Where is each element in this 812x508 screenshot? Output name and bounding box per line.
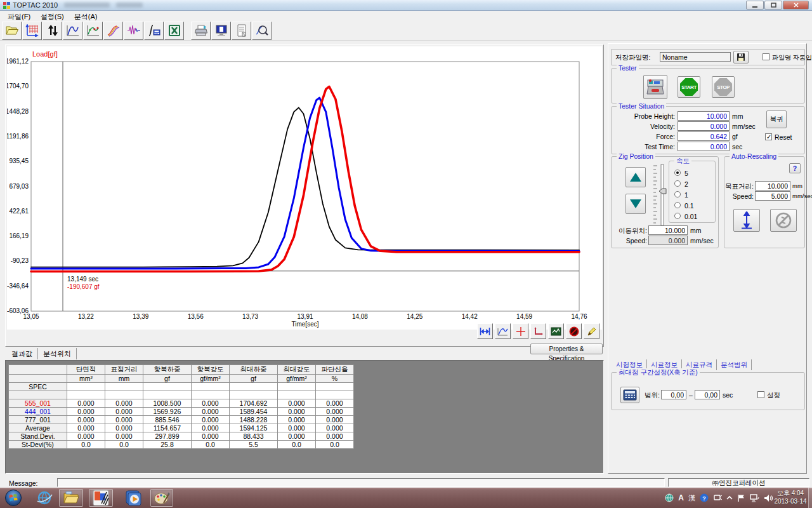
tab-analysis-range[interactable]: 분석범위 bbox=[717, 359, 752, 370]
zig-slider[interactable] bbox=[651, 163, 669, 228]
integral-calc-button[interactable] bbox=[144, 22, 164, 40]
y-tick-label: 679,03 bbox=[9, 183, 29, 190]
curve-points-icon bbox=[86, 24, 100, 37]
excel-export-button[interactable] bbox=[164, 22, 184, 40]
taskbar-toptac-app[interactable] bbox=[89, 489, 113, 507]
curve-points-button[interactable] bbox=[83, 22, 103, 40]
start-button[interactable]: START bbox=[678, 76, 700, 98]
curve-zoom-button[interactable] bbox=[495, 323, 511, 339]
crosshair-button[interactable] bbox=[513, 323, 528, 339]
waveform-button[interactable] bbox=[124, 22, 143, 40]
velocity-input[interactable] bbox=[678, 121, 730, 131]
target-distance-input[interactable] bbox=[755, 181, 790, 190]
open-file-button[interactable] bbox=[2, 22, 22, 40]
help-button[interactable]: ? bbox=[789, 163, 801, 173]
axis-origin-button[interactable] bbox=[530, 323, 546, 339]
speed-radio-0-01[interactable] bbox=[674, 213, 681, 219]
table-cell: 0.0 bbox=[192, 441, 230, 449]
auto-rescale-run-button[interactable] bbox=[733, 209, 760, 232]
rescale-speed-input[interactable] bbox=[755, 191, 790, 201]
return-button[interactable]: 복귀 bbox=[766, 110, 787, 128]
calculator-button[interactable] bbox=[620, 387, 639, 403]
axis-origin-icon bbox=[534, 326, 544, 336]
speed-option-label: 1 bbox=[684, 191, 688, 199]
range-set-label: 설정 bbox=[767, 391, 780, 400]
stop-button[interactable]: STOP bbox=[712, 76, 735, 98]
pencil-edit-button[interactable] bbox=[584, 323, 599, 339]
help-tray-icon[interactable]: ? bbox=[700, 493, 709, 502]
tester-machine-button[interactable] bbox=[643, 75, 667, 99]
show-desktop-button[interactable] bbox=[808, 488, 812, 508]
speed-radio-group: 속도 5 2 1 0.1 0.01 bbox=[669, 161, 716, 223]
force-input[interactable] bbox=[678, 131, 730, 141]
x-tick-label: 13,05 bbox=[23, 313, 39, 320]
ime-mode-a[interactable]: A bbox=[678, 493, 684, 502]
taskbar-clock[interactable]: 오후 4:04 2013-03-14 bbox=[774, 489, 807, 505]
taskbar-media-player[interactable] bbox=[122, 489, 145, 507]
taskbar-ie[interactable] bbox=[33, 489, 56, 507]
tab-results[interactable]: 결과값 bbox=[6, 348, 38, 359]
start-orb[interactable] bbox=[3, 489, 24, 507]
open-file-icon bbox=[5, 24, 19, 37]
zig-down-button[interactable] bbox=[625, 194, 646, 214]
excel-export-icon bbox=[167, 24, 181, 37]
reset-checkbox[interactable] bbox=[765, 133, 772, 140]
test-time-input[interactable] bbox=[678, 142, 730, 151]
show-hidden-icons[interactable] bbox=[726, 495, 733, 501]
rescale-disabled-icon bbox=[775, 211, 792, 229]
table-cell bbox=[143, 391, 192, 399]
ime-globe-icon[interactable] bbox=[665, 493, 674, 502]
taskbar-explorer[interactable] bbox=[59, 489, 83, 507]
report-button[interactable] bbox=[232, 22, 251, 40]
tab-analysis-position[interactable]: 분석위치 bbox=[38, 348, 77, 359]
menu-file[interactable]: 파일(F) bbox=[3, 11, 36, 21]
filename-input[interactable] bbox=[660, 52, 731, 62]
zig-up-button[interactable] bbox=[625, 167, 646, 187]
sort-updown-button[interactable] bbox=[43, 22, 62, 40]
slider-thumb[interactable] bbox=[659, 189, 666, 194]
table-header-cell bbox=[9, 391, 67, 399]
range-to-input[interactable] bbox=[695, 390, 720, 399]
device-tray-icon[interactable] bbox=[713, 494, 722, 502]
auto-rescale-stop-button[interactable] bbox=[770, 209, 797, 232]
title-bar: TOPTAC 2010 bbox=[0, 0, 812, 11]
zoom-preview-button[interactable] bbox=[252, 22, 272, 40]
range-set-checkbox[interactable] bbox=[757, 391, 764, 398]
speed-radio-1[interactable] bbox=[674, 191, 681, 197]
range-from-input[interactable] bbox=[661, 390, 686, 399]
filename-auto-checkbox[interactable] bbox=[763, 53, 769, 60]
volume-tray-icon[interactable] bbox=[764, 494, 773, 502]
table-cell bbox=[192, 383, 230, 391]
taskbar-paint[interactable] bbox=[150, 489, 173, 507]
multi-curves-button[interactable] bbox=[103, 22, 123, 40]
speed-radio-0-1[interactable] bbox=[674, 202, 681, 208]
curve-graph-button[interactable] bbox=[63, 22, 82, 40]
y-tick-label: 1961,12 bbox=[7, 58, 29, 65]
save-button[interactable] bbox=[733, 51, 749, 64]
restore-button[interactable] bbox=[764, 1, 782, 10]
menu-analysis[interactable]: 분석(A) bbox=[69, 11, 103, 21]
ime-hanja[interactable]: 漢 bbox=[688, 493, 695, 503]
load-time-chart[interactable]: Load[gf]1961,121704,701448,281191,86935,… bbox=[7, 46, 602, 330]
speed-radio-5[interactable] bbox=[674, 170, 681, 176]
speed-radio-2[interactable] bbox=[674, 180, 681, 187]
menu-settings[interactable]: 설정(S) bbox=[36, 11, 69, 21]
h-range-button[interactable] bbox=[477, 323, 493, 339]
y-tick-label: 1448,28 bbox=[7, 108, 29, 115]
sort-updown-icon bbox=[46, 24, 59, 37]
print-preview-button[interactable] bbox=[211, 22, 231, 40]
network-tray-icon[interactable] bbox=[750, 494, 759, 502]
table-cell: 0.000 bbox=[278, 424, 316, 432]
close-button[interactable] bbox=[783, 1, 809, 10]
print-button[interactable] bbox=[191, 22, 211, 40]
minimize-button[interactable] bbox=[746, 1, 764, 10]
table-row: 555_0010.0000.0001008.5000.0001704.6920.… bbox=[9, 399, 354, 408]
properties-specification-button[interactable]: Properties & Specification bbox=[530, 344, 603, 354]
marker-off-button[interactable] bbox=[566, 323, 582, 339]
image-capture-button[interactable] bbox=[548, 323, 564, 339]
action-center-flag-icon[interactable] bbox=[737, 494, 745, 502]
target-distance-unit: mm bbox=[792, 182, 802, 189]
probe-height-input[interactable] bbox=[678, 111, 730, 121]
grid-settings-button[interactable] bbox=[22, 22, 42, 40]
move-position-input[interactable] bbox=[648, 225, 688, 235]
